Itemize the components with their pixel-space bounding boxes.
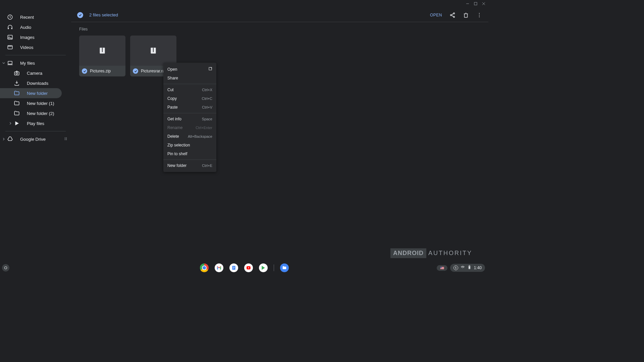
chevron-right-icon[interactable] [8,121,13,126]
playstore-app-icon[interactable] [259,263,268,272]
menu-item-paste[interactable]: Paste Ctrl+V [163,103,216,112]
drag-handle-icon[interactable] [64,137,68,142]
menu-label: Open [167,67,177,72]
main-area: 2 files selected OPEN Files Pictures.zip [71,8,488,262]
chevron-down-icon[interactable] [1,61,6,65]
battery-icon [467,265,472,270]
gmail-app-icon[interactable] [215,263,223,272]
menu-item-share[interactable]: Share [163,74,216,82]
minimize-icon[interactable] [466,1,470,7]
status-tray[interactable]: 5 1:40 [450,264,485,272]
sidebar-item-newfolder1[interactable]: New folder (1) [0,98,62,108]
sidebar-item-videos[interactable]: Videos [0,42,62,52]
menu-label: Rename [167,125,182,130]
youtube-app-icon[interactable] [244,263,253,272]
menu-label: New folder [167,163,186,168]
folder-icon [13,110,20,117]
svg-rect-37 [469,265,470,266]
maximize-icon[interactable] [474,1,478,7]
share-icon[interactable] [449,12,455,18]
menu-label: Pin to shelf [167,152,187,156]
open-button[interactable]: OPEN [430,13,442,17]
folder-icon [13,100,20,107]
sidebar-item-label: Camera [27,71,42,76]
content-area: Files Pictures.zip Picturesrar.rar [71,22,488,81]
menu-item-cut[interactable]: Cut Ctrl+X [163,85,216,94]
menu-item-newfolder[interactable]: New folder Ctrl+E [163,161,216,170]
more-vert-icon[interactable] [476,12,482,18]
chevron-right-icon[interactable] [1,137,6,141]
menu-shortcut: Ctrl+E [202,164,212,168]
sidebar-item-downloads[interactable]: Downloads [0,78,62,88]
menu-item-pin[interactable]: Pin to shelf [163,149,216,158]
menu-shortcut: Ctrl+X [202,88,212,92]
shelf-apps [200,263,289,272]
topbar: 2 files selected OPEN [71,8,488,22]
sidebar-item-images[interactable]: Images [0,32,62,42]
svg-rect-5 [8,28,9,29]
ime-indicator[interactable]: 🇺🇸 [437,265,447,271]
menu-shortcut: Ctrl+C [202,97,212,101]
archive-icon [130,36,176,66]
sidebar-item-label: Videos [20,45,34,50]
shelf: 🇺🇸 5 1:40 [0,262,488,274]
section-label: Files [79,27,480,32]
svg-point-18 [66,139,67,140]
docs-app-icon[interactable] [229,263,238,272]
menu-label: Zip selection [167,143,190,147]
files-app-icon[interactable] [280,263,289,272]
svg-rect-38 [469,266,470,268]
launcher-button[interactable] [2,264,9,272]
menu-label: Copy [167,96,177,101]
sidebar-item-newfolder2[interactable]: New folder (2) [0,108,62,118]
sidebar-item-newfolder[interactable]: New folder [0,88,62,98]
sidebar-item-playfiles[interactable]: Play files [0,118,62,128]
menu-divider [163,113,216,113]
svg-rect-32 [233,267,235,267]
menu-item-open[interactable]: Open [163,65,216,74]
folder-icon [13,90,20,97]
sidebar-item-label: Downloads [27,81,48,86]
sidebar-item-label: Recent [20,15,34,20]
sidebar-item-label: New folder (2) [27,111,54,116]
sidebar-item-recent[interactable]: Recent [0,12,62,22]
svg-point-30 [4,266,7,269]
sidebar-item-googledrive[interactable]: Google Drive [0,134,62,144]
sidebar-item-audio[interactable]: Audio [0,22,62,32]
menu-item-getinfo[interactable]: Get info Space [163,115,216,123]
close-icon[interactable] [482,1,486,7]
selection-count-text: 2 files selected [89,12,424,17]
menu-item-delete[interactable]: Delete Alt+Backspace [163,132,216,141]
window-titlebar [0,0,488,8]
sidebar-item-camera[interactable]: Camera [0,68,62,78]
play-icon [13,120,20,127]
menu-item-copy[interactable]: Copy Ctrl+C [163,94,216,103]
sidebar-item-label: Google Drive [20,137,46,142]
menu-label: Paste [167,105,178,110]
sidebar-item-label: My files [20,61,35,66]
menu-shortcut: Space [202,117,212,121]
file-tile[interactable]: Pictures.zip [79,36,125,76]
file-name: Pictures.zip [90,69,111,73]
sidebar-item-label: New folder (1) [27,101,54,106]
movie-icon [7,44,13,51]
svg-point-16 [66,138,67,139]
image-icon [7,34,13,41]
watermark-text: AUTHORITY [428,250,472,257]
menu-label: Share [167,76,178,80]
svg-point-14 [66,137,67,138]
svg-rect-34 [233,268,234,269]
open-external-icon [208,67,212,72]
svg-rect-28 [153,48,154,52]
sidebar-divider [5,55,66,55]
sidebar-item-myfiles[interactable]: My files [0,58,62,68]
menu-item-zip[interactable]: Zip selection [163,141,216,149]
notification-count: 5 [453,265,458,270]
delete-icon[interactable] [463,12,469,18]
selection-check-icon[interactable] [77,12,83,18]
clock-icon [7,14,13,20]
svg-rect-10 [8,61,12,64]
chrome-app-icon[interactable] [200,263,209,272]
check-icon [133,68,138,74]
menu-shortcut: Alt+Backspace [188,134,212,138]
